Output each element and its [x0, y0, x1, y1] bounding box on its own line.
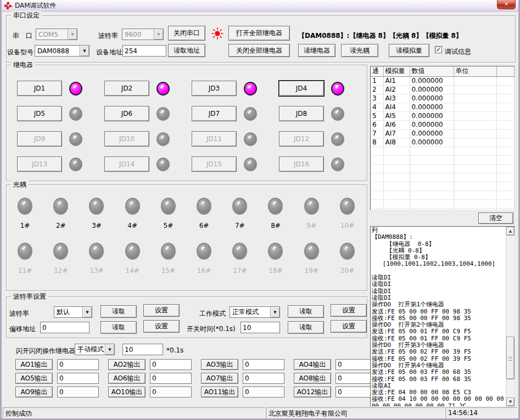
- relay-led-off: [69, 158, 82, 171]
- relay-cell: JD8: [279, 101, 366, 126]
- opto-label: 6#: [199, 222, 209, 229]
- table-row[interactable]: 7AI70.000000: [371, 129, 515, 138]
- ao-input[interactable]: [57, 387, 99, 397]
- ao-cell: AO11输出: [192, 387, 284, 400]
- ao-button-ao10[interactable]: AO10输出: [108, 387, 146, 397]
- model-select[interactable]: DAM0888 ▼: [35, 45, 90, 57]
- ao-input[interactable]: [243, 359, 284, 370]
- relay-cell: JD4: [279, 76, 366, 101]
- read-analog-button[interactable]: 读模拟量: [389, 44, 429, 57]
- ao-button-ao3[interactable]: AO3输出: [201, 359, 238, 370]
- table-cell: [496, 164, 515, 173]
- table-header: [496, 66, 515, 76]
- table-row[interactable]: 5AI50.000000: [371, 111, 515, 120]
- scrollbar-thumb[interactable]: [506, 337, 515, 379]
- offset-addr-input[interactable]: [40, 322, 90, 333]
- ao-input[interactable]: [243, 373, 284, 384]
- table-cell: [454, 147, 496, 155]
- scroll-up-icon[interactable]: ▲: [506, 227, 515, 236]
- relay-button-jd5[interactable]: JD5: [17, 106, 62, 121]
- relay-button-jd9: JD9: [17, 131, 62, 147]
- table-row[interactable]: 1AI10.000000: [371, 76, 515, 85]
- debug-info-checkbox[interactable]: ✓: [435, 46, 442, 53]
- flash-unit-label: *0.1s: [166, 346, 183, 354]
- read-opto-button[interactable]: 读光耦: [341, 44, 378, 57]
- relay-led-off: [69, 107, 82, 121]
- port-value: COM5: [38, 31, 58, 38]
- table-cell: [371, 173, 383, 182]
- switchtime-input[interactable]: [241, 322, 280, 333]
- ao-input[interactable]: [150, 373, 192, 384]
- table-cell: [371, 182, 383, 191]
- offset-read-button[interactable]: 读取: [100, 321, 137, 334]
- flash-mode-select[interactable]: 手动模式 ▼: [75, 344, 115, 355]
- close-button[interactable]: ✕: [497, 0, 516, 9]
- ao-button-ao5[interactable]: AO5输出: [15, 373, 53, 384]
- ao-button-ao2[interactable]: AO2输出: [108, 359, 146, 370]
- close-port-button[interactable]: 关闭串口: [168, 26, 205, 41]
- table-cell: [454, 111, 496, 120]
- log-scrollbar[interactable]: ▲ ▼: [506, 227, 515, 406]
- opto-item: 16#: [186, 238, 222, 283]
- relay-led-off: [331, 158, 344, 171]
- relay-button-jd2[interactable]: JD2: [104, 81, 149, 96]
- switchtime-read-button[interactable]: 读取: [288, 321, 324, 334]
- opto-label: 13#: [90, 267, 103, 275]
- table-cell: [410, 199, 454, 208]
- relay-button-jd4[interactable]: JD4: [279, 81, 324, 96]
- flash-time-input[interactable]: [122, 344, 163, 355]
- workmode-select[interactable]: 正常模式 ▼: [230, 306, 280, 318]
- opto-led-off: [340, 243, 355, 260]
- ao-button-ao11[interactable]: AO11输出: [201, 387, 238, 397]
- ao-input[interactable]: [150, 387, 192, 397]
- ao-button-ao6[interactable]: AO6输出: [108, 373, 146, 384]
- opto-label: 16#: [197, 267, 211, 275]
- opto-item: 18#: [258, 238, 293, 283]
- read-relay-button[interactable]: 读继电器: [298, 44, 336, 57]
- table-row[interactable]: 3AI30.000000: [371, 94, 515, 103]
- ao-button-ao9[interactable]: AO9输出: [15, 387, 53, 397]
- table-cell: [383, 208, 410, 210]
- scroll-down-icon[interactable]: ▼: [506, 397, 515, 406]
- opto-led-off: [125, 243, 140, 260]
- workmode-read-button[interactable]: 读取: [288, 305, 324, 318]
- relay-button-jd6[interactable]: JD6: [104, 106, 149, 121]
- opto-label: 8#: [271, 222, 281, 229]
- table-cell: [454, 199, 496, 208]
- ao-button-ao7[interactable]: AO7输出: [201, 373, 238, 384]
- ao-input[interactable]: [150, 359, 192, 370]
- ao-button-ao12[interactable]: AO12输出: [294, 387, 331, 397]
- device-addr-input[interactable]: [122, 45, 166, 57]
- clear-log-button[interactable]: 清空: [478, 212, 513, 224]
- relay-button-jd8[interactable]: JD8: [279, 106, 324, 121]
- ao-button-ao4[interactable]: AO4输出: [294, 359, 331, 370]
- relay-button-jd1[interactable]: JD1: [17, 81, 62, 96]
- table-row[interactable]: 8AI80.000000: [371, 138, 515, 147]
- offset-set-button[interactable]: 设置: [143, 320, 180, 333]
- read-addr-button[interactable]: 读取地址: [168, 44, 205, 57]
- baud-set-button[interactable]: 设置: [143, 304, 180, 317]
- close-all-relays-button[interactable]: 关闭全部继电器: [228, 44, 290, 57]
- ao-button-ao8[interactable]: AO8输出: [294, 373, 331, 384]
- ao-input[interactable]: [57, 359, 99, 370]
- table-cell: 4: [371, 103, 383, 111]
- log-box: 列 【DAM0888】: 【继电器 0-8】 【光耦 0-8】 【模拟量 0-8…: [370, 226, 515, 407]
- table-row[interactable]: 6AI60.000000: [371, 120, 515, 129]
- ao-input[interactable]: [57, 373, 99, 384]
- open-all-relays-button[interactable]: 打开全部继电器: [228, 26, 290, 41]
- switchtime-set-button[interactable]: 设置: [331, 320, 367, 333]
- relay-button-jd3[interactable]: JD3: [192, 81, 237, 96]
- table-row[interactable]: 2AI20.000000: [371, 85, 515, 94]
- opto-label: 10#: [340, 222, 354, 229]
- opto-label: 17#: [233, 267, 247, 275]
- ao-input[interactable]: [243, 387, 284, 397]
- workmode-set-button[interactable]: 设置: [331, 304, 367, 317]
- baud-read-button[interactable]: 读取: [100, 305, 137, 318]
- baud-setting-select[interactable]: 默认 ▼: [54, 306, 92, 318]
- ao-button-ao1[interactable]: AO1输出: [15, 359, 53, 370]
- table-row-empty: [371, 155, 515, 164]
- relay-cell: JD10: [104, 126, 192, 152]
- relay-button-jd14: JD14: [104, 156, 149, 172]
- table-row[interactable]: 4AI40.000000: [371, 103, 515, 111]
- relay-button-jd7[interactable]: JD7: [192, 106, 237, 121]
